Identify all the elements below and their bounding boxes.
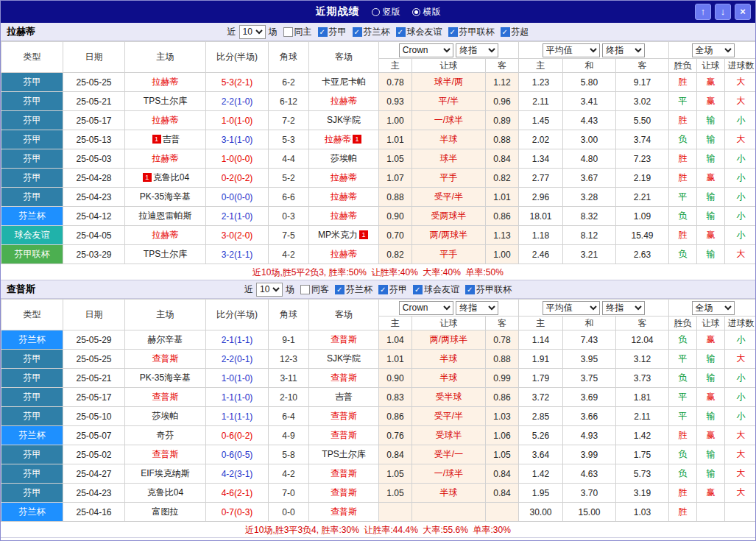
away-team-name: 查普斯 — [331, 468, 357, 478]
home-odds-cell: 0.78 — [379, 73, 412, 92]
score-cell: 3-1(1-0) — [206, 130, 269, 149]
away-team-cell[interactable]: 查普斯 — [309, 503, 379, 522]
home-team-cell[interactable]: 拉赫蒂 — [125, 73, 206, 92]
home-team-cell[interactable]: 拉赫蒂 — [125, 111, 206, 130]
home-team-cell[interactable]: 查普斯 — [125, 388, 206, 407]
home-team-cell[interactable]: 莎埃帕 — [125, 407, 206, 426]
away-team-cell[interactable]: SJK学院 — [309, 350, 379, 369]
away-team-cell[interactable]: 拉赫蒂 — [309, 169, 379, 188]
bookmaker-select[interactable]: Crown — [399, 43, 453, 57]
scroll-down-button[interactable]: ↓ — [715, 4, 731, 20]
away-odds-cell: 0.78 — [486, 330, 519, 350]
filter-league-checkbox[interactable]: 芬兰杯 — [353, 26, 390, 38]
home-team-cell[interactable]: 查普斯 — [125, 350, 206, 369]
home-team-cell[interactable]: 赫尔辛基 — [125, 330, 206, 350]
avg-home-cell: 18.01 — [519, 207, 563, 226]
date-cell: 25-04-12 — [63, 207, 125, 226]
col-header-score: 比分(半场) — [206, 300, 269, 330]
scope-select[interactable]: 全场 — [692, 43, 735, 57]
filter-league-checkbox[interactable]: 芬甲联杯 — [465, 283, 512, 296]
away-team-cell[interactable]: 拉赫蒂 — [309, 207, 379, 226]
home-odds-cell: 1.04 — [379, 330, 412, 350]
layout-radio-vertical[interactable]: 竖版 — [372, 6, 400, 18]
away-team-cell[interactable]: 查普斯 — [309, 407, 379, 426]
col-header-avg-draw: 和 — [563, 317, 616, 330]
home-team-cell[interactable]: TPS土尔库 — [125, 245, 206, 264]
table-row: 芬甲25-04-281克鲁比040-2(0-2)5-2拉赫蒂1.07平手0.82… — [1, 169, 756, 188]
filter-league-checkbox[interactable]: 芬甲 — [318, 26, 347, 38]
filter-league-checkbox[interactable]: 芬甲 — [378, 283, 407, 296]
home-odds-cell: 1.07 — [379, 169, 412, 188]
goals-result-cell: 大 — [725, 350, 756, 369]
result-cell: 负 — [669, 330, 697, 350]
section-header-bar: 查普斯 近10场同客芬兰杯芬甲球会友谊芬甲联杯 — [1, 280, 755, 299]
home-team-cell[interactable]: 查普斯 — [125, 445, 206, 464]
score-cell: 0-2(0-2) — [206, 169, 269, 188]
handicap-cell: 受球半 — [412, 426, 486, 445]
avg-time-select[interactable]: 终指 — [602, 43, 645, 57]
home-team-cell[interactable]: PK-35海辛基 — [125, 369, 206, 388]
away-team-cell[interactable]: 卡亚尼卡帕 — [309, 73, 379, 92]
layout-radio-horizontal[interactable]: 横版 — [412, 6, 441, 18]
home-odds-cell — [379, 503, 412, 522]
goals-result-cell: 小 — [725, 407, 756, 426]
home-team-cell[interactable]: 富图拉 — [125, 503, 206, 522]
filter-league-checkbox[interactable]: 球会友谊 — [396, 26, 442, 38]
away-team-cell[interactable]: 查普斯 — [309, 330, 379, 350]
away-team-name: 查普斯 — [331, 430, 357, 440]
filter-same-side-checkbox[interactable]: 同客 — [300, 283, 329, 296]
home-team-cell[interactable]: EIF埃克纳斯 — [125, 464, 206, 484]
away-team-cell[interactable]: 莎埃帕 — [309, 149, 379, 169]
bookmaker-select[interactable]: Crown — [399, 301, 453, 315]
away-team-cell[interactable]: 拉赫蒂 — [309, 92, 379, 111]
odds-time-select[interactable]: 终指 — [456, 43, 498, 57]
filter-same-side-checkbox[interactable]: 同主 — [283, 26, 312, 38]
away-team-cell[interactable]: 查普斯 — [309, 426, 379, 445]
home-team-cell[interactable]: 奇芬 — [125, 426, 206, 445]
away-team-cell[interactable]: 查普斯 — [309, 484, 379, 503]
away-team-cell[interactable]: SJK学院 — [309, 111, 379, 130]
score-cell: 0-6(0-5) — [206, 445, 269, 464]
away-team-name: 查普斯 — [331, 334, 357, 344]
away-odds-cell: 1.12 — [486, 73, 519, 92]
away-team-cell[interactable]: 查普斯 — [309, 369, 379, 388]
home-team-cell[interactable]: PK-35海辛基 — [125, 188, 206, 207]
avg-time-select[interactable]: 终指 — [602, 301, 645, 315]
home-team-cell[interactable]: 拉赫蒂 — [125, 226, 206, 245]
home-team-cell[interactable]: 1吉普 — [125, 130, 206, 149]
handicap-cell: 两/两球半 — [412, 330, 486, 350]
odds-time-select[interactable]: 终指 — [456, 301, 498, 315]
away-team-cell[interactable]: MP米克力1 — [309, 226, 379, 245]
home-team-cell[interactable]: 拉赫蒂 — [125, 149, 206, 169]
away-team-cell[interactable]: 拉赫蒂1 — [309, 130, 379, 149]
checkbox-icon — [501, 27, 510, 37]
goals-result-cell: 小 — [725, 169, 756, 188]
result-cell: 负 — [669, 207, 697, 226]
average-select[interactable]: 平均值 — [543, 43, 600, 57]
col-header-odds-home: 主 — [379, 317, 412, 330]
close-button[interactable]: × — [735, 4, 751, 20]
recent-count-select[interactable]: 10 — [256, 283, 283, 297]
scroll-up-button[interactable]: ↑ — [695, 4, 711, 20]
away-team-cell[interactable]: 拉赫蒂 — [309, 188, 379, 207]
filter-league-checkbox[interactable]: 芬超 — [501, 26, 529, 38]
away-team-cell[interactable]: TPS土尔库 — [309, 445, 379, 464]
away-team-cell[interactable]: 查普斯 — [309, 464, 379, 484]
home-team-name: 拉迪恩雷帕斯 — [139, 211, 192, 221]
filter-league-checkbox[interactable]: 芬甲联杯 — [448, 26, 495, 38]
home-odds-cell: 1.01 — [379, 350, 412, 369]
filter-league-checkbox[interactable]: 球会友谊 — [413, 283, 459, 296]
away-team-cell[interactable]: 拉赫蒂 — [309, 245, 379, 264]
average-select[interactable]: 平均值 — [543, 301, 600, 315]
avg-draw-cell: 4.43 — [563, 111, 616, 130]
scope-select[interactable]: 全场 — [692, 301, 735, 315]
home-team-cell[interactable]: 克鲁比04 — [125, 484, 206, 503]
handicap-cell: 球半/两 — [412, 73, 486, 92]
home-team-cell[interactable]: 拉迪恩雷帕斯 — [125, 207, 206, 226]
recent-count-select[interactable]: 10 — [239, 25, 266, 39]
home-team-cell[interactable]: TPS土尔库 — [125, 92, 206, 111]
away-team-cell[interactable]: 吉普 — [309, 388, 379, 407]
filter-league-checkbox[interactable]: 芬兰杯 — [335, 283, 372, 296]
avg-home-cell: 30.00 — [519, 503, 563, 522]
home-team-cell[interactable]: 1克鲁比04 — [125, 169, 206, 188]
